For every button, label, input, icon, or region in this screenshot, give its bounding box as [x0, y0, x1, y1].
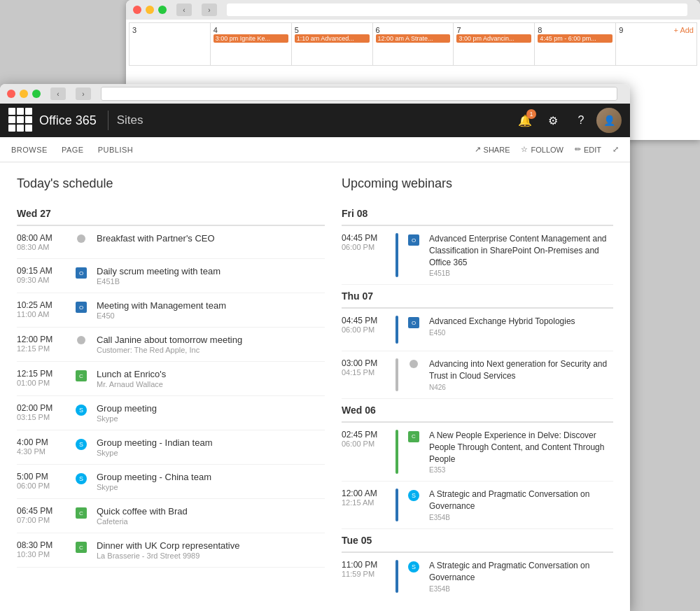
webinar-icon: O [407, 234, 421, 246]
time-end: 08:30 AM [17, 243, 66, 251]
forward-button[interactable]: › [76, 87, 91, 100]
share-icon: ↗ [475, 145, 481, 154]
webinar-details: Advancing into Next generation for Secur… [429, 358, 613, 391]
event-title: Meeting with Management team [97, 300, 325, 311]
maximize-button[interactable] [32, 90, 41, 98]
event-title: Breakfast with Partner's CEO [97, 233, 325, 244]
bg-forward-button[interactable]: › [202, 3, 217, 16]
nav-divider [108, 111, 108, 130]
event-subtitle: Mr. Arnaud Wallace [97, 380, 325, 388]
event-details: Call Janine about tomorrow meeting Custo… [97, 335, 325, 354]
webinar-item: 04:45 PM 06:00 PM O Advanced Exchange Hy… [342, 309, 613, 351]
bg-cal-cell-9[interactable]: 9 + Add [616, 23, 696, 65]
outlook-icon: O [76, 302, 87, 313]
expand-button[interactable]: ⤢ [612, 145, 619, 154]
webinar-time-end: 04:15 PM [342, 368, 387, 377]
webinar-subtitle: E450 [429, 329, 613, 337]
event-details: Group meeting - Indian team Skype [97, 437, 325, 457]
event-icon: O [74, 302, 88, 313]
webinar-subtitle: E353 [429, 466, 613, 474]
main-window: ‹ › Office 365 Sites 🔔 1 ⚙ ? 👤 [0, 84, 630, 611]
bg-cal-cell-7: 7 3:00 pm Advancin... [454, 23, 534, 65]
webinar-item: 02:45 PM 06:00 PM C A New People Experie… [342, 423, 613, 482]
outlook-icon: O [76, 267, 87, 279]
schedule-item: 4:00 PM 4:30 PM S Group meeting - Indian… [17, 430, 325, 465]
webinar-color-bar [396, 358, 398, 391]
webinar-title: A Strategic and Pragmatic Conversation o… [429, 560, 613, 584]
back-button[interactable]: ‹ [50, 87, 66, 100]
page-button[interactable]: PAGE [62, 146, 84, 154]
webinar-time: 11:00 PM 11:59 PM [342, 560, 387, 578]
webinar-time-end: 06:00 PM [342, 243, 387, 251]
apps-grid-icon[interactable] [8, 108, 34, 133]
bg-maximize-dot[interactable] [158, 6, 167, 14]
time-end: 10:30 PM [17, 550, 66, 559]
schedule-item: 10:25 AM 11:00 AM O Meeting with Managem… [17, 293, 325, 328]
user-avatar[interactable]: 👤 [596, 108, 622, 133]
time-end: 09:30 AM [17, 276, 66, 284]
time-start: 08:00 AM [17, 233, 66, 243]
bg-minimize-dot[interactable] [146, 6, 154, 14]
webinar-details: A Strategic and Pragmatic Conversation o… [429, 560, 613, 593]
close-button[interactable] [7, 90, 15, 98]
bg-cal-grid: 3 4 3:00 pm Ignite Ke... 5 1:10 am Advan… [129, 22, 697, 66]
webinar-subtitle: N426 [429, 384, 613, 391]
office-sites-label: Sites [117, 113, 512, 127]
event-subtitle: Cafeteria [97, 517, 325, 526]
webinar-time-start: 11:00 PM [342, 560, 387, 570]
event-title: Group meeting [97, 403, 325, 414]
event-subtitle: E451B [97, 277, 325, 286]
webinar-subtitle: E451B [429, 269, 613, 277]
schedule-item: 02:00 PM 03:15 PM S Group meeting Skype [17, 396, 325, 430]
webinar-subtitle: E354B [429, 514, 613, 521]
webinar-time-start: 03:00 PM [342, 358, 387, 368]
follow-button[interactable]: ☆ FOLLOW [521, 145, 563, 154]
webinars-list: Fri 08 04:45 PM 06:00 PM O Advanced Ente… [342, 202, 613, 597]
help-button[interactable]: ? [568, 108, 594, 133]
bg-close-dot[interactable] [133, 6, 141, 14]
event-subtitle: E450 [97, 311, 325, 320]
time-start: 06:45 PM [17, 506, 66, 516]
webinar-title: A Strategic and Pragmatic Conversation o… [429, 489, 613, 512]
webinar-icon: S [407, 561, 421, 573]
schedule-time: 4:00 PM 4:30 PM [17, 437, 66, 456]
time-start: 5:00 PM [17, 472, 66, 482]
event-subtitle: Customer: The Red Apple, Inc [97, 346, 325, 354]
schedule-time: 08:30 PM 10:30 PM [17, 540, 66, 559]
schedule-date-header: Wed 27 [17, 202, 325, 226]
settings-button[interactable]: ⚙ [540, 108, 566, 133]
time-end: 06:00 PM [17, 482, 66, 490]
event-details: Group meeting Skype [97, 403, 325, 423]
edit-button[interactable]: ✏ EDIT [575, 145, 601, 154]
webinar-date-header: Thu 07 [342, 285, 613, 309]
webinar-time-start: 04:45 PM [342, 316, 387, 325]
share-button[interactable]: ↗ SHARE [475, 145, 510, 154]
browse-button[interactable]: BROWSE [11, 146, 48, 154]
skype-icon: S [76, 439, 87, 450]
publish-button[interactable]: PUBLISH [98, 146, 134, 154]
bg-url-bar[interactable] [227, 3, 687, 16]
webinars-section: Upcoming webinars Fri 08 04:45 PM 06:00 … [342, 176, 613, 597]
schedule-item: 06:45 PM 07:00 PM C Quick coffee with Br… [17, 499, 325, 533]
bg-cal-cell-8: 8 4:45 pm - 6:00 pm... [535, 23, 615, 65]
page-toolbar: BROWSE PAGE PUBLISH ↗ SHARE ☆ FOLLOW ✏ E… [0, 137, 630, 162]
outlook-icon: O [408, 317, 419, 328]
event-icon: C [74, 370, 88, 381]
event-title: Quick coffee with Brad [97, 506, 325, 517]
outlook-icon: O [408, 234, 419, 246]
schedule-time: 12:15 PM 01:00 PM [17, 369, 66, 387]
url-bar[interactable] [101, 87, 617, 101]
webinar-title: Advanced Enterprise Content Management a… [429, 233, 613, 268]
webinar-item: 04:45 PM 06:00 PM O Advanced Enterprise … [342, 226, 613, 285]
event-icon: C [74, 542, 88, 553]
bg-back-button[interactable]: ‹ [176, 3, 192, 16]
minimize-button[interactable] [20, 90, 28, 98]
webinar-time: 04:45 PM 06:00 PM [342, 316, 387, 334]
event-icon [74, 336, 88, 344]
schedule-list: 08:00 AM 08:30 AM Breakfast with Partner… [17, 226, 325, 568]
bg-add-button[interactable]: + Add [674, 26, 694, 34]
bg-event-4: 3:00 pm Ignite Ke... [214, 34, 288, 43]
webinar-color-bar [396, 430, 398, 474]
schedule-section: Today's schedule Wed 27 08:00 AM 08:30 A… [17, 176, 325, 597]
notification-bell-button[interactable]: 🔔 1 [512, 108, 538, 133]
